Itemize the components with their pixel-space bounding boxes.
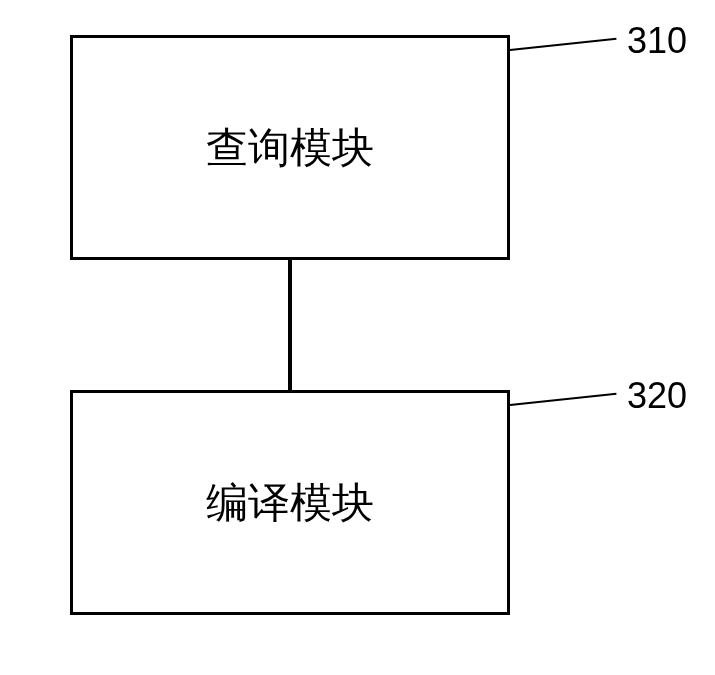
compile-module-label: 编译模块 [206, 475, 374, 531]
query-module-box: 查询模块 [70, 35, 510, 260]
block-diagram: 查询模块 310 编译模块 320 [0, 0, 715, 675]
leader-line-bottom [510, 393, 617, 406]
ref-label-310: 310 [627, 20, 687, 62]
query-module-label: 查询模块 [206, 120, 374, 176]
ref-label-320: 320 [627, 375, 687, 417]
connector-vertical [288, 260, 292, 390]
compile-module-box: 编译模块 [70, 390, 510, 615]
leader-line-top [510, 38, 617, 51]
